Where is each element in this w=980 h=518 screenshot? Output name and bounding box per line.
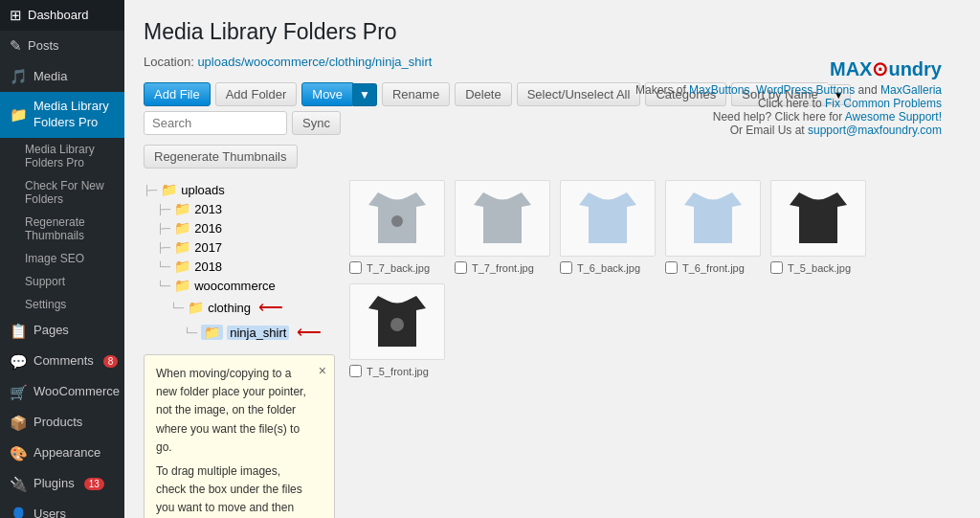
move-button-wrap: Move ▼: [301, 82, 377, 106]
submenu-regenerate[interactable]: Regenerate Thumbnails: [0, 211, 124, 247]
maxbuttons-link[interactable]: MaxButtons: [689, 83, 749, 97]
media-item[interactable]: T_5_back.jpg: [770, 180, 866, 274]
sidebar-item-label: Appearance: [33, 445, 100, 462]
media-item[interactable]: T_7_front.jpg: [455, 180, 550, 274]
submenu-settings[interactable]: Settings: [0, 293, 124, 316]
submenu-check-folders[interactable]: Check For New Folders: [0, 174, 124, 211]
main-content: Media Library Folders Pro MAX⊙undry Make…: [124, 0, 980, 518]
sidebar-item-posts[interactable]: ✎ Posts: [0, 31, 124, 61]
sidebar-item-label: Users: [33, 507, 66, 518]
add-file-button[interactable]: Add File: [144, 82, 211, 106]
tree-uploads[interactable]: ├─ 📁 uploads: [144, 180, 335, 199]
appearance-icon: 🎨: [10, 445, 28, 462]
media-thumbnail: [349, 180, 445, 257]
media-checkbox[interactable]: [455, 261, 467, 274]
tree-line: └─: [157, 281, 170, 291]
media-item[interactable]: T_5_front.jpg: [349, 283, 445, 377]
submenu-mlf-main[interactable]: Media Library Folders Pro: [0, 138, 124, 174]
media-checkbox[interactable]: [770, 261, 783, 274]
delete-button[interactable]: Delete: [455, 82, 512, 106]
comments-icon: 💬: [10, 353, 28, 371]
media-thumbnail: [665, 180, 761, 257]
submenu-support[interactable]: Support: [0, 270, 124, 293]
media-thumbnail: [770, 180, 866, 257]
sidebar-item-comments[interactable]: 💬 Comments 8: [0, 347, 124, 377]
sidebar-item-users[interactable]: 👤 Users: [0, 500, 124, 518]
folder-2016-label: 2016: [194, 221, 222, 236]
regenerate-thumbnails-button[interactable]: Regenerate Thumbnails: [144, 145, 298, 169]
folder-clothing-icon: 📁: [188, 300, 204, 315]
pages-icon: 📋: [10, 323, 28, 340]
folder-ninja-shirt-icon: 📁: [201, 325, 223, 340]
sidebar-item-label: Dashboard: [28, 8, 89, 24]
comments-badge: 8: [103, 355, 119, 368]
media-checkbox[interactable]: [560, 261, 572, 274]
tshirt-svg: [359, 291, 435, 353]
tree-2018[interactable]: └─ 📁 2018: [157, 257, 335, 276]
media-checkbox[interactable]: [665, 261, 678, 274]
folder-2017-icon: 📁: [174, 239, 190, 255]
content-wrapper: Media Library Folders Pro MAX⊙undry Make…: [144, 19, 961, 518]
media-filename: T_6_back.jpg: [577, 262, 640, 274]
tree-2016[interactable]: ├─ 📁 2016: [157, 218, 335, 237]
rename-button[interactable]: Rename: [382, 82, 450, 106]
wp-buttons-link[interactable]: WordPress Buttons: [756, 83, 855, 97]
sidebar-item-products[interactable]: 📦 Products: [0, 408, 124, 439]
brand-line4: Or Email Us at support@maxfoundry.com: [635, 124, 942, 137]
tree-2017[interactable]: ├─ 📁 2017: [157, 237, 335, 257]
sidebar-item-appearance[interactable]: 🎨 Appearance: [0, 439, 124, 469]
search-input[interactable]: [144, 111, 287, 135]
sidebar-item-mlf-pro[interactable]: 📁 Media Library Folders Pro: [0, 92, 124, 138]
move-button[interactable]: Move: [301, 82, 353, 106]
page-title: Media Library Folders Pro: [144, 19, 961, 45]
folder-2017-label: 2017: [194, 240, 222, 255]
tree-clothing[interactable]: └─ 📁 clothing ⟵: [170, 295, 335, 320]
sidebar-item-dashboard[interactable]: ⊞ Dashboard: [0, 0, 124, 31]
sidebar-item-label: WooCommerce: [33, 384, 120, 400]
select-unselect-button[interactable]: Select/Unselect All: [517, 82, 641, 106]
media-thumbnail: [349, 283, 445, 360]
tshirt-svg: [359, 188, 435, 250]
media-check: T_6_back.jpg: [560, 261, 656, 274]
media-filename: T_7_back.jpg: [367, 262, 430, 274]
svg-point-0: [391, 215, 403, 227]
folder-uploads-icon: 📁: [161, 182, 177, 197]
media-checkbox[interactable]: [349, 365, 362, 377]
plugins-badge: 13: [84, 478, 104, 490]
media-check: T_5_front.jpg: [349, 365, 445, 377]
location-path-link[interactable]: uploads/woocommerce/clothing/ninja_shirt: [197, 55, 432, 69]
media-check: T_7_front.jpg: [455, 261, 550, 274]
tree-line: └─: [184, 327, 197, 338]
brand-line3: Need help? Click here for Awesome Suppor…: [635, 110, 942, 124]
media-item[interactable]: T_7_back.jpg: [349, 180, 445, 274]
submenu-image-seo[interactable]: Image SEO: [0, 247, 124, 270]
media-item[interactable]: T_6_front.jpg: [665, 180, 761, 274]
ninja-shirt-arrow: ⟵: [297, 322, 322, 343]
sidebar-item-media[interactable]: 🎵 Media: [0, 61, 124, 92]
maxgalleria-link[interactable]: MaxGalleria: [880, 83, 942, 97]
folder-woo-label: woocommerce: [194, 279, 276, 293]
tree-line: ├─: [157, 204, 170, 214]
sync-button[interactable]: Sync: [292, 111, 341, 135]
email-link[interactable]: support@maxfoundry.com: [808, 124, 942, 137]
media-filename: T_7_front.jpg: [472, 262, 534, 274]
folder-woo-icon: 📁: [174, 278, 190, 293]
awesome-support-link[interactable]: Awesome Support!: [845, 110, 942, 124]
media-check: T_7_back.jpg: [349, 261, 445, 274]
sidebar-item-pages[interactable]: 📋 Pages: [0, 316, 124, 347]
tree-ninja-shirt[interactable]: └─ 📁 ninja_shirt ⟵: [184, 320, 335, 345]
tooltip-close-button[interactable]: ×: [319, 360, 326, 381]
move-dropdown-arrow[interactable]: ▼: [353, 83, 377, 106]
sidebar-item-plugins[interactable]: 🔌 Plugins 13: [0, 469, 124, 500]
sidebar-item-woocommerce[interactable]: 🛒 WooCommerce: [0, 377, 124, 408]
sidebar-item-label: Products: [33, 415, 82, 431]
tshirt-svg: [675, 188, 751, 250]
location-label: Location:: [144, 55, 194, 69]
fix-problems-link[interactable]: Fix Common Problems: [825, 97, 942, 110]
tree-2013[interactable]: ├─ 📁 2013: [157, 199, 335, 218]
woo-icon: 🛒: [10, 384, 28, 401]
media-item[interactable]: T_6_back.jpg: [560, 180, 656, 274]
media-checkbox[interactable]: [349, 261, 362, 274]
add-folder-button[interactable]: Add Folder: [215, 82, 298, 106]
tree-woocommerce[interactable]: └─ 📁 woocommerce: [157, 276, 335, 295]
